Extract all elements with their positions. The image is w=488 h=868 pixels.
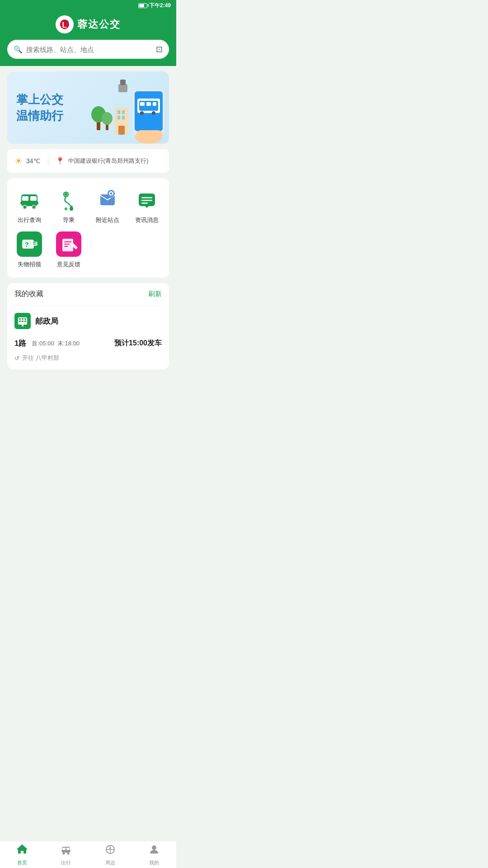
svg-rect-57 xyxy=(22,318,23,320)
svg-text:?: ? xyxy=(25,241,29,248)
favorites-title: 我的收藏 xyxy=(14,289,43,299)
battery-icon xyxy=(138,3,147,8)
svg-point-4 xyxy=(102,112,113,125)
menu-spacer2 xyxy=(129,231,165,269)
menu-item-lost[interactable]: ? 失物招领 xyxy=(12,231,47,269)
svg-rect-6 xyxy=(117,110,120,114)
menu-spacer1 xyxy=(90,231,126,269)
refresh-button[interactable]: 刷新 xyxy=(148,290,162,298)
search-input[interactable] xyxy=(26,46,152,53)
svg-rect-18 xyxy=(146,102,151,106)
svg-rect-25 xyxy=(22,196,28,201)
svg-rect-51 xyxy=(64,244,70,245)
svg-point-28 xyxy=(32,205,36,209)
search-icon: 🔍 xyxy=(14,45,23,54)
direction-icon: ↺ xyxy=(14,355,19,362)
location-text: 中国建设银行(青岛郑州路支行) xyxy=(68,157,149,165)
weather-divider xyxy=(48,156,48,165)
app-header: 蓉达公交 xyxy=(0,11,176,40)
svg-rect-21 xyxy=(136,130,163,139)
svg-rect-43 xyxy=(141,203,148,204)
svg-rect-26 xyxy=(30,196,37,201)
menu-icon-feedback xyxy=(56,231,81,257)
route-times: 首:05:00 末:18:00 xyxy=(32,340,80,348)
fav-stop-header: 邮政局 xyxy=(14,313,162,329)
svg-point-15 xyxy=(140,111,144,115)
scan-icon[interactable]: ⊡ xyxy=(156,44,163,54)
quick-menu: 出行查询 导乘 xyxy=(7,178,169,278)
stop-icon xyxy=(14,313,31,329)
menu-item-travel[interactable]: 出行查询 xyxy=(12,187,47,224)
status-bar: 下午2:49 xyxy=(0,0,176,11)
menu-label-lost: 失物招领 xyxy=(18,260,41,269)
stop-name: 邮政局 xyxy=(35,316,58,326)
menu-grid-row2: ? 失物招领 意 xyxy=(12,231,164,269)
favorites-section: 我的收藏 刷新 邮政局 1路 xyxy=(7,283,169,369)
menu-icon-lost: ? xyxy=(17,231,42,257)
status-time: 下午2:49 xyxy=(149,2,171,9)
weather-icon: ☀ xyxy=(14,156,23,166)
menu-icon-nearby xyxy=(95,187,120,212)
banner-line1: 掌上公交 温情助行 xyxy=(16,91,63,124)
menu-item-nearby[interactable]: 附近站点 xyxy=(90,187,126,224)
svg-rect-7 xyxy=(122,110,125,114)
menu-item-feedback[interactable]: 意见反馈 xyxy=(51,231,87,269)
menu-label-travel: 出行查询 xyxy=(18,216,41,224)
svg-rect-19 xyxy=(153,102,156,106)
menu-label-feedback: 意见反馈 xyxy=(57,260,80,269)
menu-icon-news xyxy=(134,187,160,212)
svg-rect-30 xyxy=(37,202,38,204)
svg-point-35 xyxy=(65,208,67,210)
svg-rect-50 xyxy=(64,241,71,242)
svg-rect-8 xyxy=(117,116,120,119)
route-direction: ↺ 开往 八甲村部 xyxy=(14,352,162,362)
svg-rect-17 xyxy=(140,102,145,106)
svg-rect-49 xyxy=(62,239,73,251)
search-container: 🔍 ⊡ xyxy=(0,40,176,66)
location-icon: 📍 xyxy=(56,157,65,165)
temperature: 34℃ xyxy=(26,157,41,165)
svg-rect-59 xyxy=(19,321,21,322)
route-info: 1路 首:05:00 末:18:00 预计15:00发车 xyxy=(14,335,162,352)
route-number: 1路 xyxy=(14,338,26,349)
menu-item-guide[interactable]: 导乘 xyxy=(51,187,87,224)
svg-rect-29 xyxy=(20,202,22,204)
menu-icon-travel xyxy=(17,187,42,212)
menu-item-news[interactable]: 资讯消息 xyxy=(129,187,165,224)
banner-text: 掌上公交 温情助行 xyxy=(16,91,63,124)
svg-rect-60 xyxy=(22,321,23,322)
svg-rect-42 xyxy=(141,200,152,201)
svg-rect-58 xyxy=(24,318,26,320)
svg-rect-56 xyxy=(19,318,21,320)
menu-icon-guide xyxy=(56,187,81,212)
banner: 掌上公交 温情助行 xyxy=(7,71,169,144)
search-bar[interactable]: 🔍 ⊡ xyxy=(7,40,169,59)
app-logo xyxy=(56,15,74,33)
direction-text: 开往 八甲村部 xyxy=(22,354,59,362)
banner-illustration xyxy=(70,71,169,144)
menu-label-news: 资讯消息 xyxy=(135,216,159,224)
battery-indicator: 下午2:49 xyxy=(138,2,171,9)
route-eta: 预计15:00发车 xyxy=(114,339,162,348)
svg-rect-41 xyxy=(141,197,152,198)
weather-strip: ☀ 34℃ 📍 中国建设银行(青岛郑州路支行) xyxy=(7,149,169,173)
svg-rect-23 xyxy=(120,80,126,85)
svg-rect-10 xyxy=(118,126,125,135)
favorites-header: 我的收藏 刷新 xyxy=(7,283,169,305)
svg-rect-52 xyxy=(64,246,68,247)
svg-point-39 xyxy=(110,193,113,195)
menu-label-nearby: 附近站点 xyxy=(96,216,119,224)
svg-point-34 xyxy=(65,193,67,196)
svg-point-16 xyxy=(152,111,155,115)
svg-rect-22 xyxy=(118,84,127,92)
menu-label-guide: 导乘 xyxy=(63,216,75,224)
app-title: 蓉达公交 xyxy=(77,18,121,31)
route-left: 1路 首:05:00 末:18:00 xyxy=(14,338,80,349)
svg-rect-61 xyxy=(24,321,26,322)
svg-point-27 xyxy=(23,205,27,209)
favorite-item: 邮政局 1路 首:05:00 末:18:00 预计15:00发车 ↺ 开往 八甲… xyxy=(7,306,169,369)
menu-grid-row1: 出行查询 导乘 xyxy=(12,187,164,224)
svg-rect-62 xyxy=(22,325,23,326)
svg-rect-9 xyxy=(122,116,125,119)
